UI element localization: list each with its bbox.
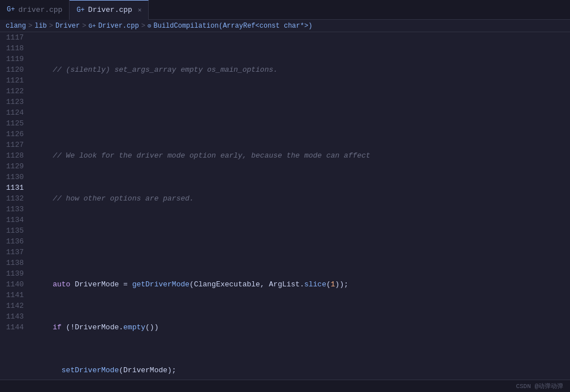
- tab-label-2: Driver.cpp: [88, 6, 132, 14]
- breadcrumb-item-3[interactable]: Driver: [55, 22, 80, 30]
- cpp-icon-2: G+: [76, 6, 84, 14]
- code-line-1118: [35, 107, 570, 118]
- tab-close-button[interactable]: ✕: [138, 6, 142, 14]
- tab-bar: G+ driver.cpp G+ Driver.cpp ✕: [0, 0, 570, 20]
- code-line-1117: // (silently) set_args_array empty os_ma…: [35, 64, 570, 75]
- breadcrumb: clang > lib > Driver > G+ Driver.cpp > ⊙…: [0, 20, 570, 32]
- status-bar: CSDN @动弹动弹: [0, 380, 570, 392]
- breadcrumb-item-4[interactable]: Driver.cpp: [98, 22, 139, 30]
- cpp-icon-1: G+: [7, 6, 15, 14]
- breadcrumb-sep-4: >: [141, 22, 145, 30]
- code-line-1123: if (!DriverMode.empty()): [35, 322, 570, 333]
- code-line-1124: setDriverMode(DriverMode);: [35, 365, 570, 376]
- breadcrumb-item-2[interactable]: lib: [34, 22, 47, 30]
- csdn-badge: CSDN @动弹动弹: [516, 382, 563, 390]
- breadcrumb-sep-1: >: [28, 22, 32, 30]
- breadcrumb-item-1[interactable]: clang: [6, 22, 26, 30]
- line-numbers: 1117 1118 1119 1120 1121 1122 1123 1124 …: [0, 32, 31, 380]
- code-line-1119: // We look for the driver mode option ea…: [35, 150, 570, 161]
- code-area: 1117 1118 1119 1120 1121 1122 1123 1124 …: [0, 32, 570, 380]
- code-line-1121: [35, 236, 570, 247]
- breadcrumb-sep-2: >: [49, 22, 53, 30]
- tab-driver-cpp-1[interactable]: G+ driver.cpp: [0, 0, 70, 20]
- code-line-1120: // how other options are parsed.: [35, 193, 570, 204]
- cpp-icon-breadcrumb: G+: [88, 23, 96, 29]
- code-line-1122: auto DriverMode = getDriverMode(ClangExe…: [35, 279, 570, 290]
- tab-driver-cpp-2[interactable]: G+ Driver.cpp ✕: [70, 0, 149, 20]
- tab-label-1: driver.cpp: [18, 6, 62, 14]
- breadcrumb-item-5[interactable]: BuildCompilation(ArrayRef<const char*>): [154, 22, 313, 30]
- code-content: // (silently) set_args_array empty os_ma…: [31, 32, 570, 380]
- breadcrumb-icon-fn: ⊙: [148, 22, 152, 29]
- breadcrumb-sep-3: >: [82, 22, 86, 30]
